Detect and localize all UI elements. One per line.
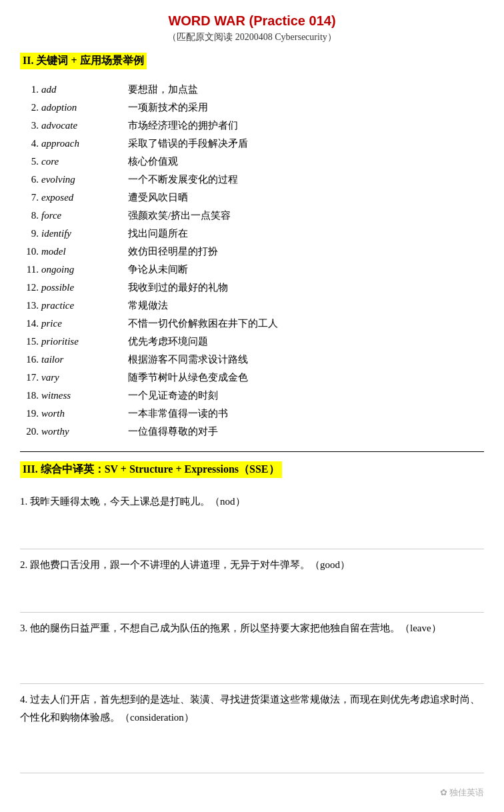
page-title: WORD WAR (Practice 014) [20, 13, 484, 29]
vocab-item: 5. core 核心价值观 [20, 153, 484, 169]
vocab-word: witness [41, 387, 128, 403]
translation-item-num: 3. [20, 623, 30, 633]
vocab-word: worth [41, 405, 128, 421]
vocab-item: 4. approach 采取了错误的手段解决矛盾 [20, 135, 484, 151]
vocab-meaning: 争论从未间断 [128, 261, 188, 277]
vocab-num: 15. [20, 333, 39, 349]
vocab-item: 15. prioritise 优先考虑环境问题 [20, 333, 484, 349]
vocab-meaning: 随季节树叶从绿色变成金色 [128, 369, 248, 385]
vocab-num: 14. [20, 315, 39, 331]
translation-items: 1. 我昨天睡得太晚，今天上课总是打盹儿。（nod）2. 跟他费口舌没用，跟一个… [20, 493, 484, 773]
vocab-num: 2. [20, 99, 39, 115]
translation-item: 3. 他的腿伤日益严重，不想自己成为队伍的拖累，所以坚持要大家把他独自留在营地。… [20, 619, 484, 637]
vocab-meaning: 市场经济理论的拥护者们 [128, 117, 238, 133]
vocab-word: advocate [41, 117, 128, 133]
vocab-meaning: 强颜欢笑/挤出一点笑容 [128, 207, 231, 223]
vocab-num: 4. [20, 135, 39, 151]
vocab-num: 6. [20, 171, 39, 187]
translation-item: 4. 过去人们开店，首先想到的是选址、装潢、寻找进货渠道这些常规做法，而现在则优… [20, 691, 484, 727]
vocab-item: 18. witness 一个见证奇迹的时刻 [20, 387, 484, 403]
vocab-item: 6. evolving 一个不断发展变化的过程 [20, 171, 484, 187]
vocab-num: 16. [20, 351, 39, 367]
vocab-word: evolving [41, 171, 128, 187]
vocab-word: prioritise [41, 333, 128, 349]
section3-header: III. 综合中译英：SV + Structure + Expressions（… [20, 461, 282, 478]
vocab-num: 5. [20, 153, 39, 169]
vocab-num: 3. [20, 117, 39, 133]
vocab-item: 12. possible 我收到过的最好的礼物 [20, 279, 484, 295]
translation-item-num: 1. [20, 496, 30, 507]
vocab-meaning: 一本非常值得一读的书 [128, 405, 228, 421]
answer-space[interactable] [20, 581, 484, 613]
vocab-meaning: 一个不断发展变化的过程 [128, 171, 238, 187]
translation-item-text: 我昨天睡得太晚，今天上课总是打盹儿。（nod） [30, 496, 245, 507]
answer-space[interactable] [20, 517, 484, 549]
translation-item-text: 他的腿伤日益严重，不想自己成为队伍的拖累，所以坚持要大家把他独自留在营地。（le… [30, 623, 441, 633]
translation-item: 1. 我昨天睡得太晚，今天上课总是打盹儿。（nod） [20, 493, 484, 511]
vocab-meaning: 效仿田径明星的打扮 [128, 243, 218, 259]
vocab-word: exposed [41, 189, 128, 205]
vocab-item: 13. practice 常规做法 [20, 297, 484, 313]
vocab-item: 11. ongoing 争论从未间断 [20, 261, 484, 277]
vocab-item: 16. tailor 根据游客不同需求设计路线 [20, 351, 484, 367]
section2-header: II. 关键词 + 应用场景举例 [20, 53, 147, 69]
vocab-meaning: 一位值得尊敬的对手 [128, 423, 218, 439]
vocab-num: 12. [20, 279, 39, 295]
vocab-meaning: 找出问题所在 [128, 225, 188, 241]
vocab-meaning: 不惜一切代价解救困在井下的工人 [128, 315, 278, 331]
vocab-item: 7. exposed 遭受风吹日晒 [20, 189, 484, 205]
vocab-item: 10. model 效仿田径明星的打扮 [20, 243, 484, 259]
vocab-num: 13. [20, 297, 39, 313]
translation-item-num: 2. [20, 559, 30, 570]
vocab-meaning: 根据游客不同需求设计路线 [128, 351, 248, 367]
vocab-item: 1. add 要想甜，加点盐 [20, 81, 484, 97]
vocab-num: 17. [20, 369, 39, 385]
vocab-word: tailor [41, 351, 128, 367]
vocab-meaning: 核心价值观 [128, 153, 178, 169]
subtitle: （匹配原文阅读 20200408 Cybersecurity） [20, 31, 484, 43]
vocab-num: 10. [20, 243, 39, 259]
vocab-meaning: 常规做法 [128, 297, 168, 313]
vocab-num: 18. [20, 387, 39, 403]
vocab-num: 9. [20, 225, 39, 241]
translation-item-text: 过去人们开店，首先想到的是选址、装潢、寻找进货渠道这些常规做法，而现在则优先考虑… [20, 694, 480, 723]
vocab-item: 19. worth 一本非常值得一读的书 [20, 405, 484, 421]
translation-item-num: 4. [20, 694, 30, 705]
vocab-word: core [41, 153, 128, 169]
vocab-meaning: 采取了错误的手段解决矛盾 [128, 135, 248, 151]
watermark: ✿ 独佳英语 [20, 787, 484, 799]
vocab-word: identify [41, 225, 128, 241]
vocab-word: vary [41, 369, 128, 385]
translation-item-text: 跟他费口舌没用，跟一个不讲理的人讲道理，无异于对牛弹琴。（good） [30, 559, 350, 570]
vocab-num: 7. [20, 189, 39, 205]
vocab-word: possible [41, 279, 128, 295]
vocab-word: force [41, 207, 128, 223]
vocab-item: 3. advocate 市场经济理论的拥护者们 [20, 117, 484, 133]
vocab-num: 8. [20, 207, 39, 223]
vocab-num: 19. [20, 405, 39, 421]
vocab-item: 17. vary 随季节树叶从绿色变成金色 [20, 369, 484, 385]
answer-space[interactable] [20, 644, 484, 684]
vocab-meaning: 要想甜，加点盐 [128, 81, 198, 97]
vocab-num: 1. [20, 81, 39, 97]
vocab-word: add [41, 81, 128, 97]
vocab-word: model [41, 243, 128, 259]
vocab-num: 20. [20, 423, 39, 439]
vocab-item: 20. worthy 一位值得尊敬的对手 [20, 423, 484, 439]
vocab-item: 9. identify 找出问题所在 [20, 225, 484, 241]
vocab-item: 14. price 不惜一切代价解救困在井下的工人 [20, 315, 484, 331]
answer-space[interactable] [20, 733, 484, 773]
translation-item: 2. 跟他费口舌没用，跟一个不讲理的人讲道理，无异于对牛弹琴。（good） [20, 556, 484, 574]
vocab-word: approach [41, 135, 128, 151]
vocab-meaning: 一个见证奇迹的时刻 [128, 387, 218, 403]
vocab-meaning: 遭受风吹日晒 [128, 189, 188, 205]
vocab-word: practice [41, 297, 128, 313]
vocab-meaning: 优先考虑环境问题 [128, 333, 208, 349]
vocab-word: adoption [41, 99, 128, 115]
vocab-meaning: 我收到过的最好的礼物 [128, 279, 228, 295]
vocab-item: 2. adoption 一项新技术的采用 [20, 99, 484, 115]
vocab-item: 8. force 强颜欢笑/挤出一点笑容 [20, 207, 484, 223]
vocab-list: 1. add 要想甜，加点盐 2. adoption 一项新技术的采用 3. a… [20, 81, 484, 439]
vocab-num: 11. [20, 261, 39, 277]
vocab-meaning: 一项新技术的采用 [128, 99, 208, 115]
